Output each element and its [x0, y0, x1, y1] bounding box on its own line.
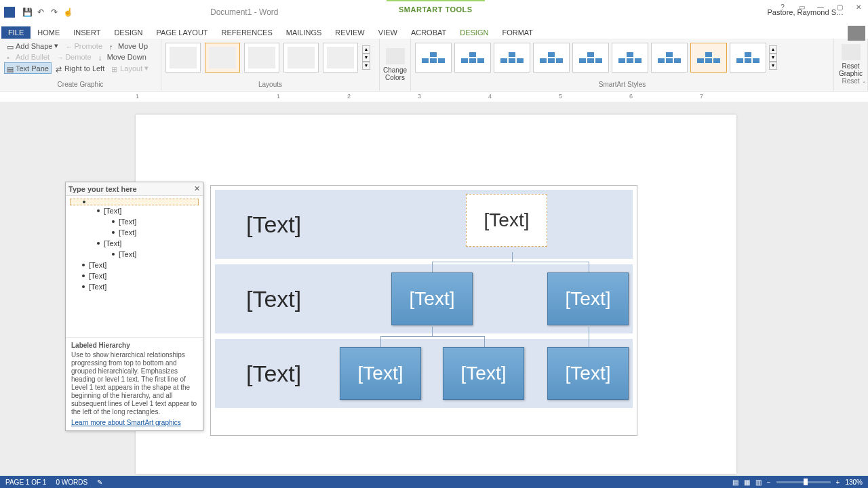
text-pane-item[interactable]: [Text]: [70, 205, 199, 216]
move-down-icon: ↓: [98, 54, 105, 60]
undo-icon[interactable]: ↶: [35, 7, 46, 18]
add-shape-button[interactable]: ▭Add Shape ▾: [4, 40, 61, 52]
text-pane-item[interactable]: [Text]: [70, 227, 199, 238]
tab-page-layout[interactable]: PAGE LAYOUT: [150, 26, 215, 39]
user-avatar[interactable]: [848, 26, 865, 41]
text-pane-item[interactable]: [Text]: [70, 281, 199, 292]
tab-mailings[interactable]: MAILINGS: [279, 26, 329, 39]
layouts-scroll-up[interactable]: ▴: [362, 45, 370, 54]
layout-thumb-5[interactable]: [323, 43, 358, 73]
styles-scroll-up[interactable]: ▴: [769, 45, 777, 54]
zoom-in-icon[interactable]: +: [836, 479, 840, 486]
touch-mode-icon[interactable]: ☝: [62, 7, 73, 18]
right-to-left-button[interactable]: ⇄Right to Left: [53, 62, 107, 74]
styles-scroll-down[interactable]: ▾: [769, 54, 777, 62]
move-up-button[interactable]: ↑Move Up: [106, 40, 151, 52]
tab-view[interactable]: VIEW: [372, 26, 404, 39]
smartart-node[interactable]: [Text]: [391, 272, 473, 325]
style-thumb-5[interactable]: [572, 43, 609, 73]
smartart-row-3[interactable]: [Text] [Text] [Text] [Text]: [215, 339, 633, 408]
tab-acrobat[interactable]: ACROBAT: [404, 26, 453, 39]
layout-thumb-4[interactable]: [283, 43, 319, 73]
tab-format[interactable]: FORMAT: [495, 26, 540, 39]
maximize-icon[interactable]: ▢: [830, 0, 849, 14]
page-indicator[interactable]: PAGE 1 OF 1: [5, 479, 46, 486]
add-bullet-button[interactable]: •Add Bullet: [4, 52, 52, 62]
smartart-row-2[interactable]: [Text] [Text] [Text]: [215, 264, 633, 333]
document-title: Document1 - Word: [210, 7, 278, 17]
tab-review[interactable]: REVIEW: [328, 26, 371, 39]
layout-button[interactable]: ⊞Layout ▾: [108, 62, 151, 74]
change-colors-button[interactable]: Change Colors: [380, 39, 411, 91]
ruler-tick: 1: [136, 93, 139, 100]
styles-more[interactable]: ▾: [769, 62, 777, 70]
group-label-reset: Reset: [842, 77, 859, 86]
minimize-icon[interactable]: —: [811, 0, 830, 14]
tab-design[interactable]: DESIGN: [453, 26, 495, 39]
text-pane-button[interactable]: ▤Text Pane: [4, 62, 52, 74]
help-icon[interactable]: ?: [773, 0, 792, 14]
smartart-node[interactable]: [Text]: [547, 272, 629, 325]
smartart-row-1[interactable]: [Text] [Text]: [215, 190, 633, 259]
connector: [512, 252, 513, 262]
redo-icon[interactable]: ↷: [49, 7, 60, 18]
text-pane-item[interactable]: [Text]: [70, 249, 199, 260]
style-thumb-2[interactable]: [454, 43, 491, 73]
smartart-node[interactable]: [Text]: [340, 347, 421, 400]
layouts-scroll-down[interactable]: ▾: [362, 54, 370, 62]
text-pane-list[interactable]: [Text] [Text] [Text] [Text] [Text] [Text…: [66, 196, 203, 295]
titlebar: 💾 ↶ ↷ ☝ Document1 - Word SMARTART TOOLS …: [0, 0, 868, 24]
tab-home[interactable]: HOME: [31, 26, 66, 39]
style-thumb-9[interactable]: [730, 43, 766, 73]
smartart-text-pane: Type your text here ✕ [Text] [Text] [Tex…: [65, 182, 203, 431]
collapse-ribbon-icon[interactable]: ˆ: [863, 81, 865, 89]
style-thumb-4[interactable]: [533, 43, 570, 73]
print-layout-icon[interactable]: ▦: [744, 479, 750, 486]
read-mode-icon[interactable]: ▤: [732, 479, 738, 486]
style-thumb-7[interactable]: [651, 43, 688, 73]
text-pane-item[interactable]: [70, 199, 199, 205]
style-thumb-1[interactable]: [415, 43, 452, 73]
style-thumb-3[interactable]: [494, 43, 530, 73]
demote-button[interactable]: →Demote: [54, 52, 94, 62]
learn-more-link[interactable]: Learn more about SmartArt graphics: [71, 419, 181, 426]
text-pane-item[interactable]: [Text]: [70, 270, 199, 281]
save-icon[interactable]: 💾: [22, 7, 33, 18]
tab-references[interactable]: REFERENCES: [215, 26, 279, 39]
smartart-node[interactable]: [Text]: [547, 347, 629, 400]
connector: [380, 336, 381, 347]
ruler-tick: 7: [700, 93, 703, 100]
close-icon[interactable]: ✕: [849, 0, 868, 14]
move-down-button[interactable]: ↓Move Down: [96, 52, 149, 62]
web-layout-icon[interactable]: ▥: [755, 479, 762, 486]
style-thumb-6[interactable]: [612, 43, 648, 73]
zoom-level[interactable]: 130%: [845, 479, 863, 486]
ruler-tick: 3: [418, 93, 421, 100]
smartart-node[interactable]: [Text]: [443, 347, 524, 400]
text-pane-close-icon[interactable]: ✕: [194, 184, 200, 193]
tab-insert[interactable]: INSERT: [66, 26, 107, 39]
ribbon-options-icon[interactable]: ▭: [792, 0, 811, 14]
layout-thumb-3[interactable]: [244, 43, 279, 73]
text-pane-item[interactable]: [Text]: [70, 260, 199, 270]
layout-thumb-2[interactable]: [205, 43, 240, 73]
tab-file[interactable]: FILE: [1, 26, 31, 39]
text-pane-item[interactable]: [Text]: [70, 238, 199, 249]
word-count[interactable]: 0 WORDS: [56, 479, 87, 486]
statusbar: PAGE 1 OF 1 0 WORDS ✎ ▤ ▦ ▥ − + 130%: [0, 476, 868, 488]
promote-button[interactable]: ←Promote: [62, 40, 105, 52]
zoom-slider[interactable]: [776, 481, 831, 483]
demote-icon: →: [56, 54, 63, 60]
smartart-graphic[interactable]: [Text] [Text] [Text] [Text] [Text] [Text…: [210, 185, 637, 436]
text-pane-icon: ▤: [7, 65, 14, 72]
text-pane-item[interactable]: [Text]: [70, 216, 199, 227]
smartart-top-node[interactable]: [Text]: [466, 194, 547, 247]
style-thumb-8[interactable]: [690, 43, 727, 73]
spellcheck-icon[interactable]: ✎: [97, 479, 102, 486]
layout-thumb-1[interactable]: [165, 43, 201, 73]
info-title: Labeled Hierarchy: [71, 342, 197, 349]
connector: [432, 262, 589, 262]
zoom-out-icon[interactable]: −: [767, 479, 771, 486]
tab-design-main[interactable]: DESIGN: [107, 26, 149, 39]
layouts-more[interactable]: ▾: [362, 62, 370, 70]
